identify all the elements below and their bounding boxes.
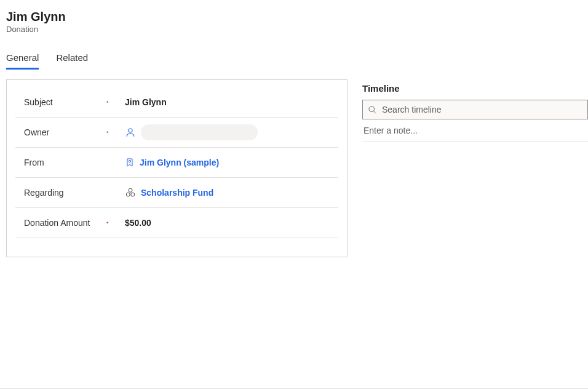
field-value-owner bbox=[125, 124, 338, 140]
timeline-search-box[interactable] bbox=[362, 100, 588, 119]
form-card: Subject * Jim Glynn Owner * From bbox=[6, 79, 348, 257]
from-link-text: Jim Glynn (sample) bbox=[140, 158, 219, 167]
field-label-from: From bbox=[15, 158, 106, 167]
field-subject[interactable]: Subject * Jim Glynn bbox=[15, 87, 338, 118]
regarding-icon bbox=[125, 187, 136, 198]
required-marker: * bbox=[106, 129, 125, 136]
regarding-link-text: Scholarship Fund bbox=[141, 188, 213, 198]
field-from[interactable]: From Jim Glynn (sample) bbox=[15, 148, 338, 178]
field-label-regarding: Regarding bbox=[15, 188, 106, 198]
timeline-panel: Timeline Enter a note... bbox=[362, 79, 588, 257]
timeline-search-input[interactable] bbox=[382, 105, 582, 114]
svg-point-1 bbox=[129, 160, 130, 162]
person-icon bbox=[125, 127, 136, 138]
required-marker: * bbox=[106, 98, 125, 106]
required-marker: * bbox=[106, 219, 125, 227]
field-value-subject: Jim Glynn bbox=[125, 97, 338, 107]
field-owner[interactable]: Owner * bbox=[15, 118, 338, 148]
field-value-from[interactable]: Jim Glynn (sample) bbox=[125, 158, 338, 167]
tab-bar: General Related bbox=[0, 52, 588, 70]
tab-general[interactable]: General bbox=[6, 52, 39, 70]
svg-point-4 bbox=[131, 193, 135, 196]
timeline-note-input[interactable]: Enter a note... bbox=[362, 119, 588, 142]
svg-point-5 bbox=[369, 106, 375, 111]
entity-type-label: Donation bbox=[6, 25, 582, 34]
tab-related[interactable]: Related bbox=[56, 52, 88, 70]
field-label-owner: Owner bbox=[15, 127, 106, 137]
field-donation-amount[interactable]: Donation Amount * $50.00 bbox=[15, 208, 338, 238]
owner-pill bbox=[141, 124, 258, 140]
field-value-donation-amount: $50.00 bbox=[125, 218, 338, 228]
svg-point-2 bbox=[129, 188, 132, 192]
required-marker bbox=[106, 192, 125, 193]
svg-point-3 bbox=[126, 193, 130, 196]
field-label-donation-amount: Donation Amount bbox=[15, 218, 106, 228]
required-marker bbox=[106, 162, 125, 163]
search-icon bbox=[368, 105, 377, 114]
svg-line-6 bbox=[373, 111, 376, 113]
page-title: Jim Glynn bbox=[6, 9, 582, 25]
contact-icon bbox=[125, 158, 135, 167]
field-label-subject: Subject bbox=[15, 97, 106, 107]
field-value-regarding[interactable]: Scholarship Fund bbox=[125, 187, 338, 198]
field-regarding[interactable]: Regarding Scholarship Fund bbox=[15, 178, 338, 208]
timeline-title: Timeline bbox=[362, 83, 588, 94]
svg-point-0 bbox=[129, 129, 132, 132]
